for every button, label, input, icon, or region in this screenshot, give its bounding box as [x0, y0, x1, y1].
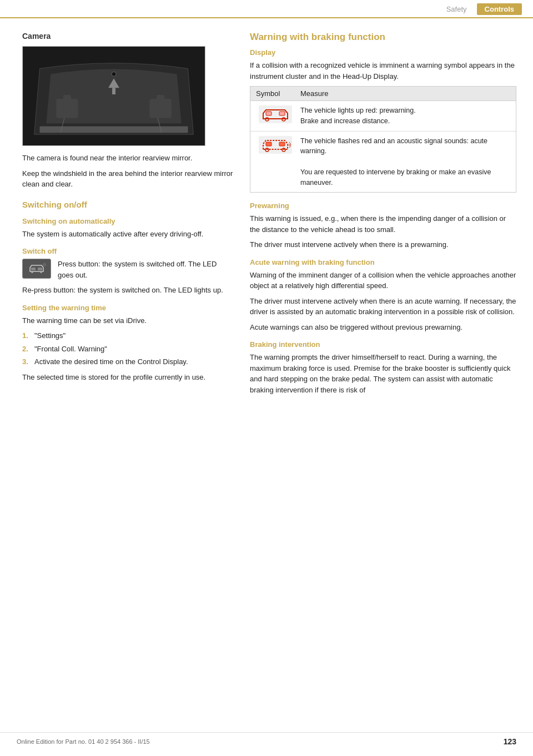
symbol-2 [256, 136, 295, 154]
svg-rect-2 [56, 99, 78, 118]
acute-text2: The driver must intervene actively when … [250, 296, 516, 317]
prewarning-text1: This warning is issued, e.g., when there… [250, 213, 516, 235]
switch-off-text: Press button: the system is switched off… [58, 259, 233, 280]
camera-title: Camera [22, 32, 233, 41]
camera-text2: Keep the windshield in the area behind t… [22, 168, 233, 190]
svg-rect-4 [149, 99, 172, 118]
switching-on-title: Switching on automatically [22, 217, 233, 225]
page-footer: Online Edition for Part no. 01 40 2 954 … [0, 732, 533, 746]
list-num-3: 3. [22, 356, 31, 367]
camera-image [22, 46, 205, 146]
svg-rect-20 [266, 112, 271, 115]
prewarning-title: Prewarning [250, 201, 516, 210]
stored-text: The selected time is stored for the prof… [22, 372, 233, 383]
switching-title: Switching on/off [22, 200, 233, 209]
braking-text: The warning prompts the driver himself/h… [250, 352, 516, 395]
list-num-2: 2. [22, 344, 31, 355]
display-text: If a collision with a recognized vehicle… [250, 60, 516, 82]
svg-rect-3 [63, 95, 71, 102]
main-content: Camera [0, 18, 533, 433]
acute-title: Acute warning with braking function [250, 258, 516, 266]
table-row-2-text: The vehicle flashes red and an acoustic … [300, 136, 510, 188]
col-measure: Measure [300, 89, 510, 98]
list-text-2: "Frontal Coll. Warning" [34, 344, 107, 355]
braking-title: Braking intervention [250, 340, 516, 349]
list-item-1: 1. "Settings" [22, 330, 233, 341]
warning-time-text: The warning time can be set via iDrive. [22, 315, 233, 326]
right-column: Warning with braking function Display If… [250, 32, 516, 400]
warning-table: Symbol Measure The ve [250, 86, 516, 193]
svg-point-16 [31, 271, 33, 273]
table-header: Symbol Measure [250, 87, 516, 101]
camera-text1: The camera is found near the interior re… [22, 153, 233, 164]
switch-button-icon [22, 259, 51, 279]
table-row-2: The vehicle flashes red and an acoustic … [250, 132, 516, 193]
svg-point-18 [43, 264, 46, 266]
settings-list: 1. "Settings" 2. "Frontal Coll. Warning"… [22, 330, 233, 367]
page-header: Safety Controls [0, 0, 533, 18]
switching-on-text: The system is automatically active after… [22, 229, 233, 240]
svg-point-10 [112, 72, 116, 76]
switch-off-title: Switch off [22, 247, 233, 255]
svg-rect-21 [279, 112, 285, 115]
header-controls-label: Controls [477, 3, 522, 15]
col-symbol: Symbol [256, 89, 300, 98]
symbol-1 [256, 105, 295, 123]
list-text-3: Activate the desired time on the Control… [34, 356, 188, 367]
svg-point-17 [40, 271, 42, 273]
left-column: Camera [22, 32, 233, 400]
list-num-1: 1. [22, 330, 31, 341]
list-text-1: "Settings" [34, 330, 66, 341]
switch-off-row: Press button: the system is switched off… [22, 259, 233, 280]
list-item-2: 2. "Frontal Coll. Warning" [22, 344, 233, 355]
warning-title: Warning with braking function [250, 32, 516, 43]
prewarning-text2: The driver must intervene actively when … [250, 239, 516, 250]
header-safety-label: Safety [446, 5, 467, 13]
table-row-1-text: The vehicle lights up red: prewarning. B… [300, 105, 510, 127]
svg-rect-25 [266, 142, 271, 146]
acute-text1: Warning of the imminent danger of a coll… [250, 270, 516, 291]
display-title: Display [250, 48, 516, 57]
svg-rect-5 [157, 95, 164, 102]
acute-text3: Acute warnings can also be triggered wit… [250, 322, 516, 333]
svg-rect-15 [38, 268, 42, 270]
svg-rect-7 [109, 98, 119, 104]
svg-rect-9 [112, 88, 115, 94]
svg-rect-14 [31, 268, 36, 270]
page-number: 123 [504, 737, 516, 746]
table-row-1: The vehicle lights up red: prewarning. B… [250, 101, 516, 132]
footer-online-text: Online Edition for Part no. 01 40 2 954 … [17, 738, 150, 745]
svg-rect-26 [279, 142, 285, 146]
warning-time-title: Setting the warning time [22, 304, 233, 312]
repress-text: Re-press button: the system is switched … [22, 285, 233, 296]
list-item-3: 3. Activate the desired time on the Cont… [22, 356, 233, 367]
